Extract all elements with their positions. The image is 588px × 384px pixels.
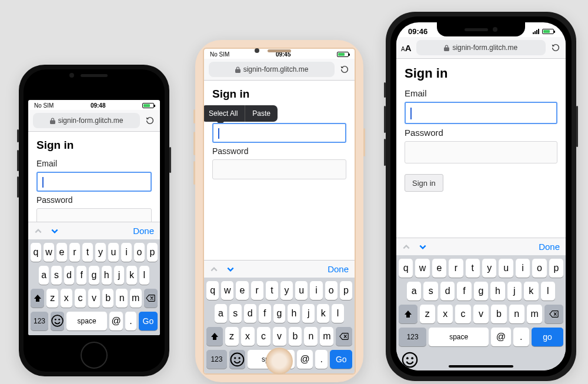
key-h[interactable]: h xyxy=(288,304,300,323)
key-i[interactable]: i xyxy=(516,259,530,278)
emoji-key[interactable] xyxy=(401,353,419,367)
key-o[interactable]: o xyxy=(532,259,546,278)
key-g[interactable]: g xyxy=(474,282,488,300)
go-key[interactable]: Go xyxy=(139,312,158,330)
space-key[interactable]: space xyxy=(429,328,489,346)
key-e[interactable]: e xyxy=(432,259,446,278)
key-a[interactable]: a xyxy=(407,282,421,300)
key-u[interactable]: u xyxy=(499,259,513,278)
home-indicator[interactable] xyxy=(449,365,513,368)
key-i[interactable]: i xyxy=(121,243,132,262)
key-o[interactable]: o xyxy=(325,281,338,300)
address-bar[interactable]: signin-form.glitch.me xyxy=(209,62,335,77)
key-f[interactable]: f xyxy=(259,304,271,323)
key-n[interactable]: n xyxy=(116,289,128,308)
key-q[interactable]: q xyxy=(31,243,41,262)
go-key[interactable]: go xyxy=(532,328,563,346)
keyboard-done-button[interactable]: Done xyxy=(539,242,560,252)
key-r[interactable]: r xyxy=(251,281,263,300)
email-field[interactable] xyxy=(36,172,152,192)
key-h[interactable]: h xyxy=(102,266,112,285)
key-m[interactable]: m xyxy=(320,327,333,346)
key-w[interactable]: w xyxy=(415,259,429,278)
key-i[interactable]: i xyxy=(310,281,322,300)
key-n[interactable]: n xyxy=(509,305,524,323)
key-c[interactable]: c xyxy=(75,289,86,308)
key-y[interactable]: y xyxy=(280,281,293,300)
key-m[interactable]: m xyxy=(130,289,142,308)
key-w[interactable]: w xyxy=(221,281,233,300)
key-d[interactable]: d xyxy=(64,266,74,285)
prev-field-icon[interactable] xyxy=(210,265,218,273)
key-g[interactable]: g xyxy=(89,266,99,285)
key-d[interactable]: d xyxy=(244,304,256,323)
reload-icon[interactable] xyxy=(550,42,561,53)
key-p[interactable]: p xyxy=(147,243,158,262)
key-t[interactable]: t xyxy=(266,281,278,300)
email-field[interactable] xyxy=(405,102,557,124)
at-key[interactable]: @ xyxy=(491,328,511,346)
key-c[interactable]: c xyxy=(455,305,470,323)
password-field[interactable] xyxy=(212,159,346,179)
key-x[interactable]: x xyxy=(61,289,72,308)
key-q[interactable]: q xyxy=(399,259,413,278)
key-y[interactable]: y xyxy=(95,243,106,262)
key-x[interactable]: x xyxy=(437,305,453,323)
backspace-key[interactable] xyxy=(336,327,352,346)
dot-key[interactable]: . xyxy=(513,328,529,346)
key-o[interactable]: o xyxy=(134,243,145,262)
go-key[interactable]: Go xyxy=(330,350,352,369)
numbers-key[interactable]: 123 xyxy=(399,328,426,346)
key-u[interactable]: u xyxy=(295,281,308,300)
dot-key[interactable]: . xyxy=(315,350,328,369)
emoji-key[interactable] xyxy=(51,312,64,330)
context-paste[interactable]: Paste xyxy=(245,105,278,122)
key-k[interactable]: k xyxy=(126,266,136,285)
prev-field-icon[interactable] xyxy=(402,243,410,251)
key-w[interactable]: w xyxy=(44,243,54,262)
key-l[interactable]: l xyxy=(139,266,149,285)
key-d[interactable]: d xyxy=(440,282,455,300)
key-x[interactable]: x xyxy=(241,327,255,346)
key-j[interactable]: j xyxy=(114,266,124,285)
password-field[interactable] xyxy=(405,141,557,163)
key-k[interactable]: k xyxy=(524,282,538,300)
next-field-icon[interactable] xyxy=(51,227,59,235)
key-s[interactable]: s xyxy=(423,282,437,300)
key-v[interactable]: v xyxy=(273,327,286,346)
key-r[interactable]: r xyxy=(69,243,80,262)
key-b[interactable]: b xyxy=(102,289,114,308)
keyboard-done-button[interactable]: Done xyxy=(133,226,154,236)
key-l[interactable]: l xyxy=(332,304,344,323)
key-b[interactable]: b xyxy=(289,327,302,346)
emoji-key[interactable] xyxy=(229,350,245,369)
key-p[interactable]: p xyxy=(340,281,352,300)
key-t[interactable]: t xyxy=(466,259,480,278)
prev-field-icon[interactable] xyxy=(34,227,42,235)
address-bar[interactable]: signin-form.glitch.me xyxy=(33,113,140,128)
key-l[interactable]: l xyxy=(541,282,555,300)
key-v[interactable]: v xyxy=(473,305,489,323)
key-t[interactable]: t xyxy=(82,243,93,262)
key-n[interactable]: n xyxy=(304,327,318,346)
key-a[interactable]: a xyxy=(39,266,49,285)
key-y[interactable]: y xyxy=(482,259,496,278)
reload-icon[interactable] xyxy=(339,64,350,75)
next-field-icon[interactable] xyxy=(226,265,235,273)
key-b[interactable]: b xyxy=(491,305,506,323)
at-key[interactable]: @ xyxy=(109,312,123,330)
backspace-key[interactable] xyxy=(144,289,158,308)
key-u[interactable]: u xyxy=(108,243,119,262)
text-size-button[interactable]: AA xyxy=(401,43,412,53)
key-z[interactable]: z xyxy=(420,305,435,323)
key-v[interactable]: v xyxy=(88,289,100,308)
reload-icon[interactable] xyxy=(145,115,155,126)
shift-key[interactable] xyxy=(31,289,44,308)
home-button[interactable] xyxy=(266,348,293,375)
key-k[interactable]: k xyxy=(317,304,329,323)
key-f[interactable]: f xyxy=(457,282,471,300)
dot-key[interactable]: . xyxy=(125,312,136,330)
email-field[interactable] xyxy=(212,123,346,143)
key-h[interactable]: h xyxy=(490,282,505,300)
space-key[interactable]: space xyxy=(66,312,107,330)
